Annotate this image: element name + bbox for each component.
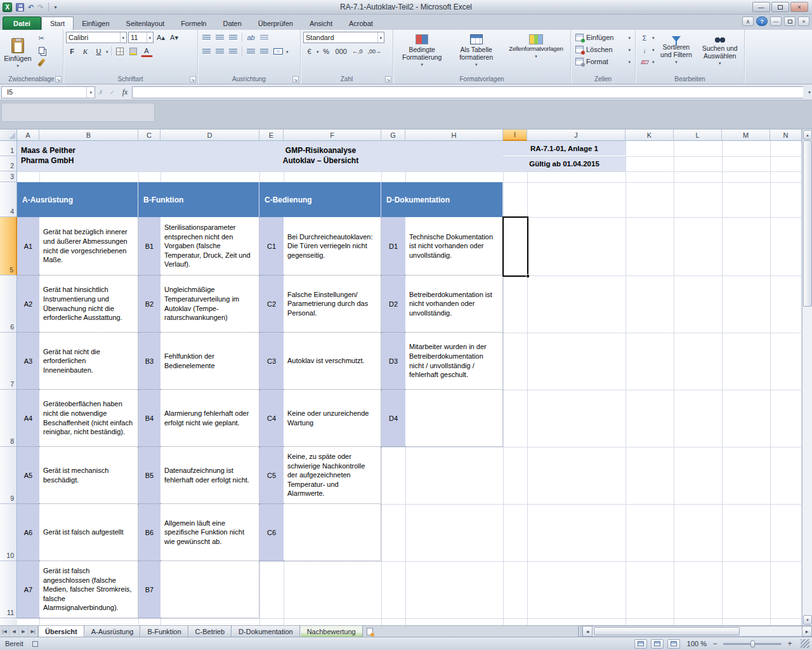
align-left-button[interactable]: [200, 46, 213, 57]
row-header-11[interactable]: 11: [0, 561, 17, 618]
fill-handle[interactable]: [526, 274, 530, 278]
grid-canvas[interactable]: Maas & Peither Pharma GmbH GMP-Risikoana…: [17, 141, 802, 625]
cell-F5[interactable]: Bei Durchreicheautoklaven: Die Türen ver…: [284, 217, 381, 275]
column-header-K[interactable]: K: [625, 129, 674, 141]
cell-D10[interactable]: Allgemein läuft eine spezifische Funktio…: [160, 504, 259, 561]
fill-button[interactable]: ↓: [638, 44, 651, 55]
dialog-launcher-icon[interactable]: ↘: [385, 76, 391, 83]
cell-C9[interactable]: B5: [138, 447, 160, 504]
cell-H8[interactable]: [405, 390, 503, 447]
sort-filter-button[interactable]: Sortieren und Filtern ▾: [657, 32, 697, 74]
row-header-5[interactable]: 5: [0, 217, 17, 275]
select-all-corner[interactable]: [0, 129, 17, 141]
cell-D8[interactable]: Alarmierung fehlerhaft oder erfolgt nich…: [160, 390, 259, 447]
zoom-in-button[interactable]: +: [785, 639, 794, 648]
cell-E5[interactable]: C1: [259, 217, 284, 275]
comma-style-button[interactable]: 000: [334, 46, 349, 57]
increase-indent-button[interactable]: [258, 46, 270, 57]
merge-center-button[interactable]: [272, 46, 285, 57]
cell-E9[interactable]: C5: [259, 447, 284, 504]
column-header-J[interactable]: J: [527, 129, 625, 141]
column-header-A[interactable]: A: [17, 129, 39, 141]
dialog-launcher-icon[interactable]: ↘: [190, 76, 196, 83]
align-middle-button[interactable]: [214, 32, 226, 43]
align-top-button[interactable]: [200, 32, 213, 43]
tab-start[interactable]: Start: [41, 17, 74, 30]
wrap-text-button[interactable]: [258, 32, 270, 43]
clear-button[interactable]: [638, 56, 651, 67]
row-header-10[interactable]: 10: [0, 504, 17, 561]
autosum-button[interactable]: Σ: [638, 32, 651, 43]
zoom-level[interactable]: 100 %: [684, 640, 707, 647]
cell-styles-button[interactable]: Zellenformatvorlagen ▾: [504, 32, 568, 74]
borders-button[interactable]: [114, 46, 126, 57]
cell-F10[interactable]: [284, 504, 381, 561]
cell-A9[interactable]: A5: [17, 447, 39, 504]
section-header-ausruestung[interactable]: A-Ausrüstung: [17, 182, 138, 217]
cell-A8[interactable]: A4: [17, 390, 39, 447]
conditional-formatting-button[interactable]: Bedingte Formatierung ▾: [396, 32, 448, 74]
tab-seitenlayout[interactable]: Seitenlayout: [118, 17, 173, 30]
align-bottom-button[interactable]: [227, 32, 239, 43]
row-header-7[interactable]: 7: [0, 333, 17, 390]
tab-ueberpruefen[interactable]: Überprüfen: [250, 17, 301, 30]
decrease-decimal-button[interactable]: ,00→: [365, 46, 383, 57]
vertical-scrollbar-thumb[interactable]: [803, 140, 812, 307]
font-size-combo[interactable]: 11▾: [128, 32, 154, 43]
insert-function-icon[interactable]: fx: [118, 86, 132, 98]
column-header-E[interactable]: E: [259, 129, 284, 141]
cell-E6[interactable]: C2: [259, 275, 284, 333]
italic-button[interactable]: K: [79, 46, 91, 57]
insert-worksheet-button[interactable]: [363, 626, 377, 637]
zoom-out-button[interactable]: −: [710, 639, 719, 648]
format-as-table-button[interactable]: Als Tabelle formatieren ▾: [450, 32, 502, 74]
formula-input[interactable]: [132, 86, 803, 98]
cell-C10[interactable]: B6: [138, 504, 160, 561]
view-page-break-button[interactable]: [667, 639, 680, 649]
horizontal-scrollbar[interactable]: [593, 626, 802, 637]
cell-F6[interactable]: Falsche Einstellungen/ Parametrierung du…: [284, 275, 381, 333]
cell-G7[interactable]: D3: [381, 333, 405, 390]
cell-H5[interactable]: Technische Dokumentation ist nicht vorha…: [405, 217, 503, 275]
scroll-left-button[interactable]: ◀: [582, 626, 593, 637]
orientation-button[interactable]: ab: [245, 32, 257, 43]
cell-B10[interactable]: Gerät ist falsch aufgestellt: [39, 504, 138, 561]
align-center-button[interactable]: [214, 46, 226, 57]
minimize-button[interactable]: —: [752, 2, 770, 12]
row-header-9[interactable]: 9: [0, 447, 17, 504]
cell-E8[interactable]: C4: [259, 390, 284, 447]
cell-valid-from[interactable]: Gültig ab 01.04.2015: [503, 156, 625, 171]
cell-B7[interactable]: Gerät hat nicht die erforderlichen Innen…: [39, 333, 138, 390]
cell-D11[interactable]: [160, 561, 259, 618]
cell-D6[interactable]: Ungleichmäßige Temperaturverteilung im A…: [160, 275, 259, 333]
resize-grip[interactable]: [801, 639, 809, 648]
tab-datei[interactable]: Datei: [3, 17, 41, 30]
percent-style-button[interactable]: %: [320, 46, 332, 57]
cell-B5[interactable]: Gerät hat bezüglich innerer und äußerer …: [39, 217, 138, 275]
column-header-M[interactable]: M: [722, 129, 770, 141]
cell-A6[interactable]: A2: [17, 275, 39, 333]
last-sheet-button[interactable]: ▶|: [29, 626, 38, 637]
zoom-slider-thumb[interactable]: [750, 640, 755, 647]
bold-button[interactable]: F: [66, 46, 78, 57]
cell-F9[interactable]: Keine, zu späte oder schwierige Nachkont…: [284, 447, 381, 504]
sheet-tab-nachbewertung[interactable]: Nachbewertung: [300, 626, 363, 637]
workbook-minimize-button[interactable]: —: [770, 17, 782, 26]
sheet-tab-d-dokumentation[interactable]: D-Dokumentation: [232, 626, 300, 637]
format-cells-button[interactable]: Format ▾: [573, 56, 632, 67]
font-name-combo[interactable]: Calibri▾: [66, 32, 127, 43]
cell-H7[interactable]: Mitarbeiter wurden in der Betreiberdokum…: [405, 333, 503, 390]
grow-font-button[interactable]: A▴: [155, 32, 167, 43]
number-format-combo[interactable]: Standard▾: [303, 32, 384, 43]
decrease-indent-button[interactable]: [245, 46, 257, 57]
column-header-H[interactable]: H: [405, 129, 503, 141]
increase-decimal-button[interactable]: ←,0: [350, 46, 365, 57]
dialog-launcher-icon[interactable]: ↘: [292, 76, 299, 83]
column-header-G[interactable]: G: [381, 129, 405, 141]
align-right-button[interactable]: [227, 46, 239, 57]
column-header-C[interactable]: C: [138, 129, 160, 141]
row-header-4[interactable]: 4: [0, 182, 17, 217]
sheet-tab-uebersicht[interactable]: Übersicht: [38, 626, 84, 637]
cell-G6[interactable]: D2: [381, 275, 405, 333]
collapse-ribbon-icon[interactable]: ∧: [742, 17, 754, 26]
